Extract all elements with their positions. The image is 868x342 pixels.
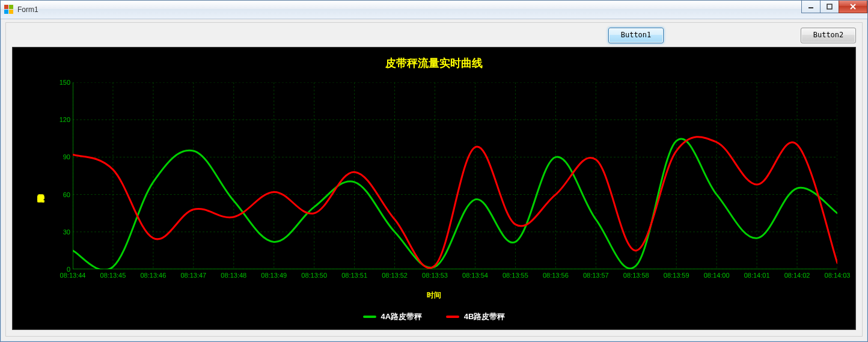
legend: 4A路皮带秤 4B路皮带秤 <box>13 311 855 322</box>
x-tick: 08:13:52 <box>382 272 408 279</box>
svg-rect-1 <box>827 4 832 9</box>
titlebar[interactable]: Form1 <box>1 1 867 19</box>
x-tick: 08:13:53 <box>422 272 448 279</box>
x-tick: 08:13:59 <box>664 272 689 279</box>
close-button[interactable] <box>839 1 867 13</box>
legend-item-a: 4A路皮带秤 <box>363 311 423 322</box>
chart-svg <box>73 82 837 269</box>
x-tick: 08:13:47 <box>180 272 206 279</box>
x-tick: 08:13:44 <box>60 272 86 279</box>
button1[interactable]: Button1 <box>608 28 664 43</box>
maximize-button[interactable] <box>820 1 839 13</box>
x-tick: 08:13:46 <box>140 272 166 279</box>
y-tick: 150 <box>49 79 70 86</box>
x-tick: 08:13:58 <box>623 272 649 279</box>
x-tick: 08:13:50 <box>301 272 327 279</box>
window-controls <box>802 1 867 13</box>
x-tick: 08:14:01 <box>744 272 770 279</box>
legend-item-b: 4B路皮带秤 <box>446 311 506 322</box>
button-row: Button1 Button2 <box>6 28 856 43</box>
client-area: Button1 Button2 皮带秤流量实时曲线 皮带秤瞬时流量 时间 030… <box>5 22 863 337</box>
app-icon <box>4 5 14 14</box>
legend-label-a: 4A路皮带秤 <box>381 311 423 322</box>
x-tick: 08:13:49 <box>261 272 287 279</box>
x-tick: 08:13:45 <box>100 272 126 279</box>
x-tick: 08:13:48 <box>221 272 246 279</box>
x-tick: 08:13:54 <box>462 272 488 279</box>
legend-swatch-b <box>446 316 459 318</box>
x-tick: 08:13:51 <box>341 272 367 279</box>
y-tick: 120 <box>49 116 70 123</box>
window-title: Form1 <box>17 5 38 14</box>
chart-title: 皮带秤流量实时曲线 <box>13 56 855 70</box>
x-tick: 08:14:03 <box>825 272 851 279</box>
y-tick: 60 <box>49 191 70 198</box>
x-tick-labels: 08:13:4408:13:4508:13:4608:13:4708:13:48… <box>73 272 837 282</box>
y-tick-labels: 0306090120150 <box>49 82 70 269</box>
chart-panel: 皮带秤流量实时曲线 皮带秤瞬时流量 时间 0306090120150 08:13… <box>12 47 856 330</box>
x-tick: 08:13:57 <box>583 272 609 279</box>
plot-area <box>73 82 837 269</box>
x-tick: 08:14:02 <box>784 272 810 279</box>
legend-label-b: 4B路皮带秤 <box>464 311 506 322</box>
x-axis-label: 时间 <box>13 290 855 301</box>
button2[interactable]: Button2 <box>801 28 856 43</box>
x-tick: 08:13:55 <box>503 272 528 279</box>
x-tick: 08:14:00 <box>704 272 730 279</box>
legend-swatch-a <box>363 316 376 318</box>
app-window: Form1 Button1 Button2 皮带秤流量实时曲线 皮带秤瞬时流量 … <box>0 0 868 342</box>
minimize-button[interactable] <box>801 1 821 13</box>
y-tick: 90 <box>49 153 70 160</box>
y-tick: 30 <box>49 228 70 236</box>
x-tick: 08:13:56 <box>543 272 569 279</box>
